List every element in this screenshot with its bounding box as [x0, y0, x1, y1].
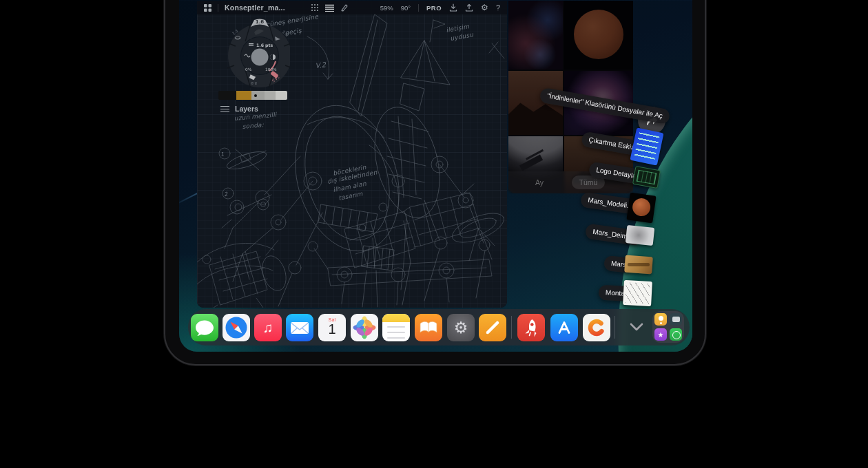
- stroke-size-label: 1.6 pts: [256, 43, 273, 48]
- app-icon-photos[interactable]: [351, 314, 378, 341]
- concepts-toolbar: Konseptler_ma... 59% 90° PRO: [197, 1, 507, 14]
- thumbnail-sticker-sketches[interactable]: [630, 127, 663, 165]
- mini-app-camera-icon: [670, 313, 682, 326]
- zoom-level[interactable]: 59%: [380, 4, 393, 12]
- app-icon-concepts[interactable]: [583, 314, 610, 341]
- app-library-cluster[interactable]: ★: [652, 311, 684, 343]
- dock-divider: [614, 316, 615, 339]
- brush-preview-dot: [251, 49, 269, 66]
- dock: ♫ Sal 1 ⚙: [188, 309, 690, 345]
- app-icon-mail[interactable]: [286, 314, 313, 341]
- settings-gear-icon[interactable]: ⚙: [481, 3, 488, 12]
- app-icon-messages[interactable]: [191, 314, 218, 341]
- thumbnail-mars-model[interactable]: [626, 193, 656, 224]
- opacity-max-label: 100%: [265, 67, 277, 72]
- toolbar-divider: [218, 4, 218, 12]
- layers-label: Layers: [235, 105, 258, 113]
- export-share-icon[interactable]: [465, 3, 473, 12]
- app-icon-app-store[interactable]: [550, 314, 578, 341]
- dock-divider: [511, 316, 512, 339]
- toolbar-divider: [418, 4, 419, 12]
- grid-menu-icon[interactable]: [204, 4, 211, 12]
- app-icon-calendar[interactable]: Sal 1: [318, 314, 346, 341]
- pen-tool-icon[interactable]: [340, 3, 349, 12]
- layers-menu-icon: [220, 106, 229, 112]
- rotation-angle[interactable]: 90°: [401, 4, 411, 12]
- document-title[interactable]: Konseptler_ma...: [225, 3, 285, 12]
- swatch-gray-selected[interactable]: [251, 91, 265, 100]
- ipad-device-frame: 1 2 güneş enerjisine geçiş iletişim uydu…: [164, 0, 706, 365]
- help-icon[interactable]: ?: [496, 3, 500, 12]
- brush-size-bottom-left[interactable]: 8.9: [251, 81, 257, 85]
- mini-app-clock-icon: [670, 328, 682, 341]
- thumbnail-mars-deimos[interactable]: [626, 225, 654, 246]
- app-icon-books[interactable]: [415, 314, 442, 341]
- dots-grid-icon[interactable]: [311, 3, 319, 12]
- thumbnail-logo-details[interactable]: [632, 166, 661, 189]
- thumbnail-montage[interactable]: [623, 280, 652, 306]
- app-icon-safari[interactable]: [223, 314, 250, 341]
- concepts-app-window: 1 2 güneş enerjisine geçiş iletişim uydu…: [197, 1, 507, 308]
- thumbnail-mars[interactable]: [624, 255, 653, 275]
- mini-app-star-icon: ★: [654, 328, 667, 341]
- app-icon-music[interactable]: ♫: [254, 314, 282, 341]
- swatch-light-gray[interactable]: [265, 91, 276, 100]
- import-icon[interactable]: [449, 3, 457, 12]
- swatch-white[interactable]: [276, 91, 287, 100]
- brush-tool-wheel[interactable]: 1.6 1.3 3.5 8.9 14.5 1.6 pts: [224, 16, 290, 89]
- svg-text:V.2: V.2: [315, 61, 327, 70]
- app-icon-notes[interactable]: [382, 314, 410, 341]
- app-icon-rocket[interactable]: [517, 314, 545, 341]
- layers-button[interactable]: Layers: [220, 105, 258, 113]
- ipad-screen: 1 2 güneş enerjisine geçiş iletişim uydu…: [179, 0, 692, 352]
- app-icon-settings[interactable]: ⚙: [447, 314, 475, 341]
- app-icon-sketch-pen[interactable]: [479, 314, 506, 341]
- mini-app-lightbulb-icon: [654, 313, 667, 326]
- pro-badge[interactable]: PRO: [426, 4, 442, 12]
- swatch-black[interactable]: [218, 91, 236, 100]
- swatch-gold[interactable]: [236, 91, 251, 100]
- active-size-value: 1.6: [256, 19, 265, 25]
- color-swatch-bar[interactable]: [218, 91, 287, 100]
- chevron-down-icon[interactable]: [628, 320, 645, 334]
- opacity-min-label: 0%: [245, 67, 252, 72]
- selected-swatch-dot: [254, 94, 257, 97]
- layers-panel-icon[interactable]: [325, 4, 334, 12]
- calendar-day: 1: [318, 322, 346, 336]
